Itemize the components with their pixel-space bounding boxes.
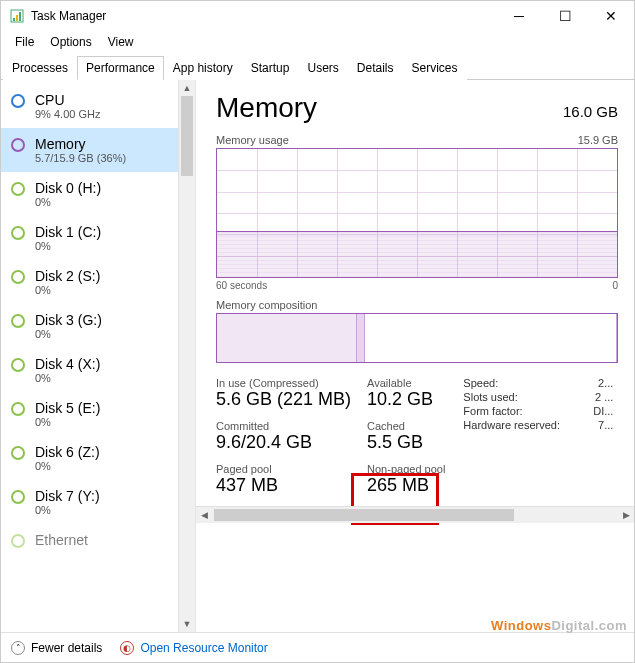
- speed-label: Speed:: [463, 377, 498, 389]
- scroll-up-icon[interactable]: ▲: [179, 80, 195, 96]
- sidebar-item-cpu[interactable]: CPU9% 4.00 GHz: [1, 84, 178, 128]
- tab-details[interactable]: Details: [348, 56, 403, 80]
- sidebar-item-disk0[interactable]: Disk 0 (H:)0%: [1, 172, 178, 216]
- page-title: Memory: [216, 92, 317, 124]
- hw-value: 7...: [598, 419, 613, 431]
- disk-icon: [11, 446, 25, 460]
- disk-icon: [11, 226, 25, 240]
- scroll-down-icon[interactable]: ▼: [179, 616, 195, 632]
- speed-value: 2...: [598, 377, 613, 389]
- maximize-button[interactable]: ☐: [542, 1, 588, 31]
- form-label: Form factor:: [463, 405, 522, 417]
- minimize-button[interactable]: ─: [496, 1, 542, 31]
- menu-file[interactable]: File: [7, 33, 42, 51]
- memory-icon: [11, 138, 25, 152]
- inuse-value: 5.6 GB (221 MB): [216, 389, 351, 410]
- menu-view[interactable]: View: [100, 33, 142, 51]
- form-value: DI...: [593, 405, 613, 417]
- usage-chart-label: Memory usage: [216, 134, 289, 146]
- disk-icon: [11, 270, 25, 284]
- disk-icon: [11, 314, 25, 328]
- sidebar-item-disk2[interactable]: Disk 2 (S:)0%: [1, 260, 178, 304]
- disk-icon: [11, 402, 25, 416]
- disk-icon: [11, 358, 25, 372]
- sidebar-item-memory[interactable]: Memory5.7/15.9 GB (36%): [1, 128, 178, 172]
- axis-left: 60 seconds: [216, 280, 267, 291]
- horizontal-scrollbar[interactable]: ◀ ▶: [196, 506, 634, 523]
- sidebar-item-disk7[interactable]: Disk 7 (Y:)0%: [1, 480, 178, 524]
- scrollbar-thumb[interactable]: [181, 96, 193, 176]
- cpu-icon: [11, 94, 25, 108]
- main-panel: Memory 16.0 GB Memory usage 15.9 GB 60 s…: [196, 80, 634, 632]
- tab-strip: Processes Performance App history Startu…: [1, 55, 634, 80]
- fewer-details-button[interactable]: ˄ Fewer details: [11, 641, 102, 655]
- paged-label: Paged pool: [216, 463, 351, 475]
- watermark: WindowsDigital.com: [491, 618, 627, 633]
- sidebar-item-ethernet[interactable]: Ethernet: [1, 524, 178, 548]
- usage-chart-max: 15.9 GB: [578, 134, 618, 146]
- chevron-up-icon: ˄: [11, 641, 25, 655]
- hw-label: Hardware reserved:: [463, 419, 560, 431]
- sidebar-item-disk3[interactable]: Disk 3 (G:)0%: [1, 304, 178, 348]
- memory-usage-chart: [216, 148, 618, 278]
- open-resource-monitor-link[interactable]: ◐ Open Resource Monitor: [120, 641, 267, 655]
- svg-rect-1: [13, 18, 15, 21]
- menubar: File Options View: [1, 31, 634, 55]
- memory-composition-chart: [216, 313, 618, 363]
- slots-label: Slots used:: [463, 391, 517, 403]
- sidebar-item-disk4[interactable]: Disk 4 (X:)0%: [1, 348, 178, 392]
- titlebar: Task Manager ─ ☐ ✕: [1, 1, 634, 31]
- tab-startup[interactable]: Startup: [242, 56, 299, 80]
- committed-label: Committed: [216, 420, 351, 432]
- tab-app-history[interactable]: App history: [164, 56, 242, 80]
- memory-total: 16.0 GB: [563, 103, 618, 120]
- axis-right: 0: [612, 280, 618, 291]
- disk-icon: [11, 182, 25, 196]
- close-button[interactable]: ✕: [588, 1, 634, 31]
- tab-performance[interactable]: Performance: [77, 56, 164, 80]
- window-title: Task Manager: [31, 9, 496, 23]
- sidebar: CPU9% 4.00 GHz Memory5.7/15.9 GB (36%) D…: [1, 80, 196, 632]
- monitor-icon: ◐: [120, 641, 134, 655]
- sidebar-scrollbar[interactable]: ▲ ▼: [178, 80, 195, 632]
- svg-rect-3: [19, 12, 21, 21]
- inuse-label: In use (Compressed): [216, 377, 351, 389]
- scroll-right-icon[interactable]: ▶: [618, 507, 634, 523]
- ethernet-icon: [11, 534, 25, 548]
- h-scrollbar-thumb[interactable]: [214, 509, 514, 521]
- tab-services[interactable]: Services: [403, 56, 467, 80]
- menu-options[interactable]: Options: [42, 33, 99, 51]
- app-icon: [9, 8, 25, 24]
- footer: ˄ Fewer details ◐ Open Resource Monitor: [1, 632, 634, 662]
- disk-icon: [11, 490, 25, 504]
- scroll-left-icon[interactable]: ◀: [196, 507, 212, 523]
- tab-processes[interactable]: Processes: [3, 56, 77, 80]
- composition-label: Memory composition: [216, 299, 317, 311]
- tab-users[interactable]: Users: [298, 56, 347, 80]
- paged-value: 437 MB: [216, 475, 351, 496]
- sidebar-item-disk6[interactable]: Disk 6 (Z:)0%: [1, 436, 178, 480]
- cached-label: Cached: [367, 420, 445, 432]
- committed-value: 9.6/20.4 GB: [216, 432, 351, 453]
- sidebar-item-disk1[interactable]: Disk 1 (C:)0%: [1, 216, 178, 260]
- cached-value: 5.5 GB: [367, 432, 445, 453]
- available-value: 10.2 GB: [367, 389, 445, 410]
- slots-value: 2 ...: [595, 391, 613, 403]
- svg-rect-2: [16, 15, 18, 21]
- available-label: Available: [367, 377, 445, 389]
- sidebar-item-disk5[interactable]: Disk 5 (E:)0%: [1, 392, 178, 436]
